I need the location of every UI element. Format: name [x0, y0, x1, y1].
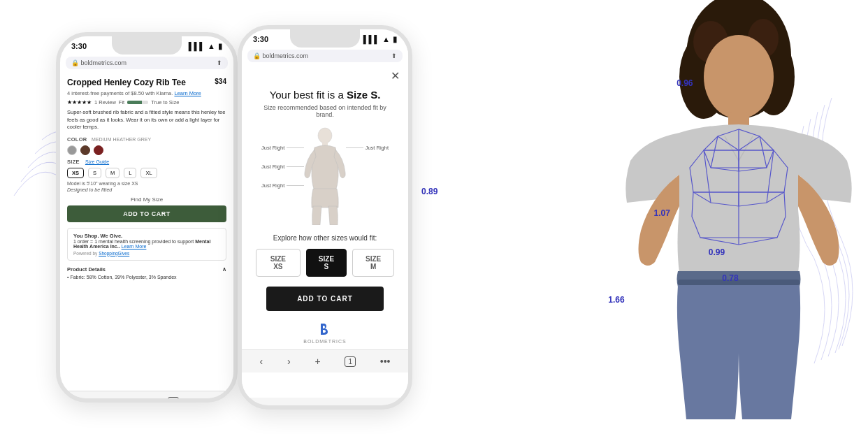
size-m[interactable]: M	[106, 168, 120, 178]
phone1-browser-bar[interactable]: 🔒 boldmetrics.com ⬆	[66, 57, 228, 69]
tabs-count-phone2[interactable]: 1	[345, 356, 356, 367]
phone1-notch	[112, 36, 182, 55]
size-m-option[interactable]: SIZE M	[352, 249, 394, 277]
phone1: 3:30 ▌▌▌ ▲ ▮ 🔒 boldmetrics.com ⬆ Cropped…	[56, 32, 238, 403]
size-xs-option[interactable]: SIZE XS	[256, 249, 301, 277]
model-area: 0.96 0.89 1.07 0.99 1.66 0.78	[412, 0, 868, 434]
color-label: Color	[67, 136, 87, 143]
promo-text: 1 order = 1 mental health screening prov…	[73, 239, 220, 249]
phone1-status-icons: ▌▌▌ ▲ ▮	[189, 42, 222, 51]
phone2-status-icons: ▌▌▌ ▲ ▮	[363, 35, 397, 44]
svg-point-0	[318, 128, 332, 143]
bm-close-row: ✕	[242, 65, 408, 82]
fit-indicator: Fit True to Size	[119, 99, 180, 106]
bm-heading: Your best fit is a Size S.	[256, 88, 394, 102]
size-options-row: SIZE XS SIZE S SIZE M	[256, 249, 394, 277]
product-title: Cropped Henley Cozy Rib Tee	[67, 78, 186, 89]
measurement-089: 0.89	[421, 187, 437, 196]
phone2-bottom-bar: ‹ › + 1 •••	[242, 349, 408, 372]
size-row: XS S M L XL	[67, 168, 226, 178]
model-note: Model is 5'10" wearing a size XS	[67, 181, 226, 186]
fit-line-right	[346, 147, 363, 148]
fit-labels-left: Just Right Just Right Just Right	[261, 145, 304, 189]
battery-icon: ▮	[218, 42, 222, 51]
measurement-166: 1.66	[608, 295, 624, 305]
bm-subtext: Size recommended based on intended fit b…	[256, 104, 394, 118]
wifi-icon-2: ▲	[382, 35, 390, 43]
fit-bar	[127, 101, 148, 104]
forward-button-phone2[interactable]: ›	[287, 356, 291, 367]
mannequin-figure	[301, 127, 349, 225]
signal-icon-2: ▌▌▌	[363, 35, 379, 43]
boldmetrics-logo-icon	[317, 321, 333, 338]
close-button[interactable]: ✕	[391, 69, 400, 82]
promo-learn-more[interactable]: Learn More	[122, 244, 147, 249]
add-tab-phone1[interactable]: +	[136, 397, 142, 403]
back-button-phone2[interactable]: ‹	[259, 356, 263, 367]
product-description: Super-soft brushed rib fabric and a fitt…	[67, 109, 226, 131]
details-item: • Fabric: 58% Cotton, 39% Polyester, 3% …	[67, 275, 226, 280]
lock-icon-2: 🔒 boldmetrics.com	[253, 52, 308, 59]
more-button-phone2[interactable]: •••	[380, 356, 391, 367]
measurement-overlay: 0.96 0.89 1.07 0.99 1.66 0.78	[412, 0, 868, 434]
add-tab-phone2[interactable]: +	[314, 356, 320, 367]
swatch-dark-red[interactable]	[94, 145, 103, 155]
size-label: Size	[67, 159, 80, 165]
product-price: $34	[215, 78, 226, 85]
battery-icon-2: ▮	[393, 35, 397, 44]
fit-label-3: Just Right	[261, 182, 304, 189]
share-icon-2: ⬆	[391, 52, 397, 59]
measurement-096: 0.96	[677, 78, 693, 88]
size-guide-link[interactable]: Size Guide	[85, 159, 109, 164]
measurement-107: 1.07	[654, 208, 670, 218]
bm-mannequin-area: Just Right Just Right Just Right	[256, 124, 394, 229]
find-my-size-link[interactable]: Find My Size	[67, 196, 226, 203]
size-s-option[interactable]: SIZE S	[306, 249, 347, 277]
phone2-time: 3:30	[253, 35, 268, 43]
powered-link[interactable]: ShoppingGives	[99, 251, 129, 256]
bm-logo-text: BOLDMETRICS	[303, 339, 347, 344]
wifi-icon: ▲	[208, 42, 215, 50]
add-to-cart-button-phone2[interactable]: ADD TO CART	[266, 287, 384, 311]
tabs-count-phone1[interactable]: 1	[168, 397, 179, 403]
fit-label-1: Just Right	[261, 145, 304, 151]
color-value: MEDIUM HEATHER GREY	[92, 137, 151, 142]
explore-text: Explore how other sizes would fit:	[256, 234, 394, 242]
swatch-brown[interactable]	[80, 145, 90, 155]
size-l[interactable]: L	[124, 168, 136, 178]
size-xs[interactable]: XS	[67, 168, 84, 178]
lock-icon: 🔒 boldmetrics.com	[71, 59, 126, 66]
promo-title: You Shop. We Give.	[73, 233, 220, 239]
promo-box: You Shop. We Give. 1 order = 1 mental he…	[67, 228, 226, 261]
share-icon: ⬆	[217, 59, 222, 66]
phone1-bottom-bar: ‹ › + 1 •••	[60, 391, 233, 403]
bm-main: Your best fit is a Size S. Size recommen…	[242, 82, 408, 350]
forward-button-phone1[interactable]: ›	[108, 397, 111, 403]
fit-label-2: Just Right	[261, 164, 304, 170]
phone1-content: 🔒 boldmetrics.com ⬆ Cropped Henley Cozy …	[60, 54, 233, 391]
color-section: Color MEDIUM HEATHER GREY	[67, 136, 226, 155]
color-swatches	[67, 145, 226, 155]
size-xl[interactable]: XL	[140, 168, 157, 178]
details-header[interactable]: Product Details ∧	[67, 266, 226, 273]
size-s[interactable]: S	[88, 168, 101, 178]
add-to-cart-button-phone1[interactable]: ADD TO CART	[67, 205, 226, 222]
bm-logo-area: BOLDMETRICS	[256, 321, 394, 344]
back-button-phone1[interactable]: ‹	[78, 397, 82, 403]
design-note: Designed to be fitted	[67, 187, 226, 192]
more-button-phone1[interactable]: •••	[205, 397, 215, 403]
klarna-link[interactable]: Learn More	[174, 90, 201, 96]
fit-label-right: Just Right	[346, 145, 389, 151]
phone2-inner: 🔒 boldmetrics.com ⬆ ✕ Your best fit is a…	[242, 50, 408, 398]
measurement-099: 0.99	[709, 247, 725, 257]
rating-row: ★★★★★ 1 Review Fit True to Size	[67, 99, 226, 106]
phone2-browser-bar[interactable]: 🔒 boldmetrics.com ⬆	[247, 50, 403, 62]
phone2-content: 🔒 boldmetrics.com ⬆ ✕ Your best fit is a…	[242, 47, 408, 398]
measurement-078: 0.78	[722, 273, 738, 283]
phone2-notch	[290, 29, 360, 48]
review-count[interactable]: 1 Review	[94, 99, 116, 106]
swatch-gray[interactable]	[67, 145, 77, 155]
klarna-line: 4 interest-free payments of $8.50 with K…	[67, 90, 226, 96]
product-content: Cropped Henley Cozy Rib Tee $34 4 intere…	[60, 72, 233, 285]
scene: 3:30 ▌▌▌ ▲ ▮ 🔒 boldmetrics.com ⬆ Cropped…	[0, 0, 868, 434]
